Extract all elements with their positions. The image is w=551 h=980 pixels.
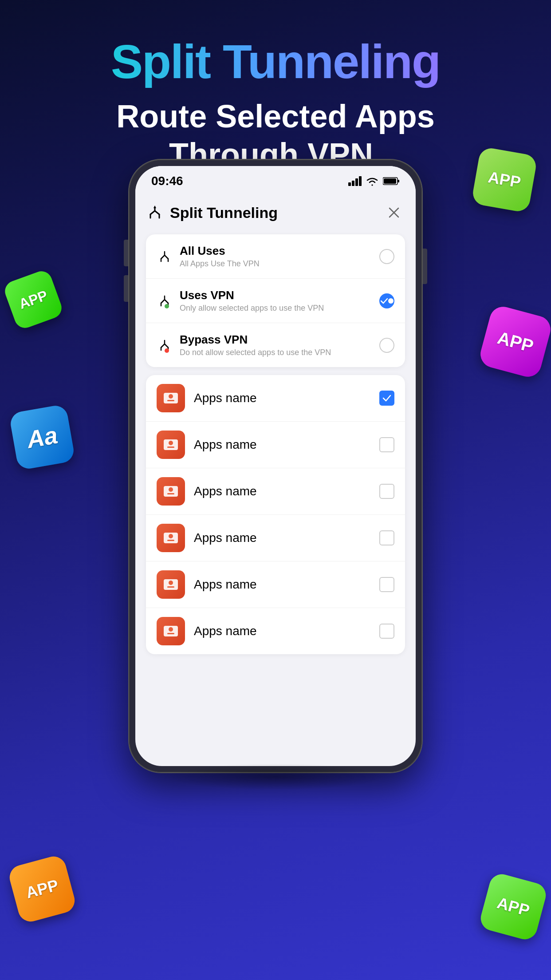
svg-point-20 (169, 534, 173, 538)
app-name-3: Apps name (194, 484, 370, 498)
svg-rect-27 (167, 633, 174, 634)
app-name-1: Apps name (194, 391, 370, 405)
app-icon-6 (157, 617, 185, 645)
close-button[interactable] (383, 202, 405, 224)
checkbox-app-2[interactable] (379, 437, 394, 452)
phone-screen: 09:46 (135, 166, 416, 766)
modal-title: Split Tunneling (170, 204, 278, 221)
status-time: 09:46 (151, 174, 183, 188)
phone-shadow (165, 763, 386, 790)
svg-point-14 (169, 441, 173, 445)
status-icons (348, 176, 400, 186)
svg-point-23 (169, 581, 173, 585)
option-row-bypass-vpn[interactable]: Bypass VPN Do not allow selected apps to… (146, 323, 405, 367)
svg-rect-6 (384, 178, 396, 184)
option-text-all-uses: All Uses All Apps Use The VPN (180, 244, 372, 269)
svg-rect-12 (167, 400, 174, 401)
phone-wrapper: 09:46 (129, 160, 422, 772)
app-row-2[interactable]: Apps name (146, 422, 405, 468)
app-badge-mid-left: APP (2, 269, 65, 331)
app-name-6: Apps name (194, 624, 370, 638)
svg-point-26 (169, 627, 173, 632)
app-row-1[interactable]: Apps name (146, 375, 405, 422)
svg-rect-5 (398, 180, 399, 182)
modal-header: Split Tunneling (146, 193, 405, 234)
app-icon-4 (157, 524, 185, 552)
app-badge-mid-right: APP (477, 304, 551, 379)
svg-rect-1 (352, 181, 354, 186)
svg-rect-15 (167, 447, 174, 448)
checkbox-app-6[interactable] (379, 624, 394, 639)
svg-point-17 (169, 487, 173, 492)
radio-bypass-vpn[interactable] (379, 338, 394, 353)
signal-icon (348, 176, 362, 186)
option-icon-uses-vpn (157, 294, 173, 308)
app-row-5[interactable]: Apps name (146, 561, 405, 608)
option-row-all-uses[interactable]: All Uses All Apps Use The VPN (146, 234, 405, 279)
checkbox-app-3[interactable] (379, 484, 394, 499)
app-row-4[interactable]: Apps name (146, 515, 405, 561)
battery-icon (383, 177, 400, 186)
option-icon-all-uses (157, 250, 173, 263)
option-row-uses-vpn[interactable]: Uses VPN Only allow selected apps to use… (146, 279, 405, 323)
app-badge-bottom-right: APP (478, 871, 548, 942)
app-badge-bottom-left: APP (7, 854, 77, 924)
status-bar: 09:46 (135, 166, 416, 193)
dot-red-bypass-vpn (165, 348, 169, 353)
top-section: Split Tunneling Route Selected AppsThrou… (0, 36, 551, 174)
app-name-2: Apps name (194, 438, 370, 452)
app-icon-2 (157, 431, 185, 459)
checkbox-app-4[interactable] (379, 530, 394, 545)
screen-content: Split Tunneling (135, 193, 416, 762)
modal-title-group: Split Tunneling (146, 204, 278, 221)
checkbox-app-1[interactable] (379, 391, 394, 406)
app-icon-3 (157, 477, 185, 506)
svg-rect-18 (167, 493, 174, 494)
svg-marker-7 (153, 205, 156, 208)
page-headline: Split Tunneling (27, 36, 524, 88)
app-row-6[interactable]: Apps name (146, 608, 405, 654)
svg-rect-2 (355, 178, 358, 186)
svg-rect-21 (167, 540, 174, 541)
svg-point-11 (169, 394, 173, 399)
svg-rect-24 (167, 586, 174, 588)
radio-all-uses[interactable] (379, 249, 394, 264)
phone-frame: 09:46 (129, 160, 422, 772)
split-tunnel-icon (146, 204, 164, 221)
checkbox-app-5[interactable] (379, 577, 394, 592)
svg-rect-3 (359, 176, 362, 186)
app-name-4: Apps name (194, 531, 370, 545)
option-icon-bypass-vpn (157, 339, 173, 352)
option-text-uses-vpn: Uses VPN Only allow selected apps to use… (180, 288, 372, 313)
app-badge-dict-left: Aa (9, 404, 76, 471)
options-card: All Uses All Apps Use The VPN (146, 234, 405, 367)
app-name-5: Apps name (194, 577, 370, 592)
app-row-3[interactable]: Apps name (146, 468, 405, 515)
app-icon-1 (157, 384, 185, 412)
dot-green-uses-vpn (165, 304, 169, 308)
wifi-icon (366, 176, 378, 186)
option-text-bypass-vpn: Bypass VPN Do not allow selected apps to… (180, 333, 372, 357)
svg-rect-0 (348, 182, 351, 186)
app-icon-5 (157, 570, 185, 599)
radio-uses-vpn[interactable] (379, 293, 394, 308)
apps-list-card: Apps name (146, 375, 405, 654)
